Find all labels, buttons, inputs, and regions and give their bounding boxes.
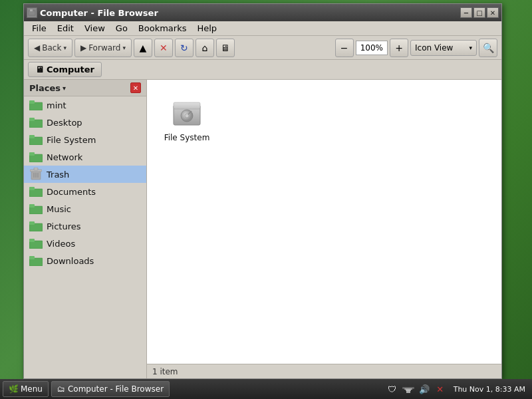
svg-rect-25 — [29, 256, 35, 259]
start-menu-button[interactable]: 🌿 Menu — [3, 381, 49, 397]
sidebar-item-documents-label: Documents — [47, 187, 96, 197]
system-tray: 🛡 🔊 ✕ Thu Nov 1, 8:33 AM — [386, 382, 529, 396]
window-title: Computer - File Browser — [40, 8, 158, 18]
zoom-level: 100% — [356, 41, 388, 55]
stop-button[interactable]: ✕ — [154, 39, 173, 57]
titlebar-app-icon — [27, 7, 37, 18]
sidebar-close-button[interactable]: ✕ — [130, 82, 141, 93]
shield-icon[interactable]: 🛡 — [386, 382, 399, 396]
computer-location-icon: 🖥 — [35, 65, 44, 74]
sidebar-item-downloads[interactable]: Downloads — [24, 252, 146, 269]
svg-rect-3 — [29, 100, 35, 104]
sidebar-item-filesystem[interactable]: File System — [24, 131, 146, 148]
location-computer-button[interactable]: 🖥 Computer — [28, 62, 102, 77]
computer-button[interactable]: 🖥 — [216, 39, 235, 57]
videos-folder-icon — [29, 237, 43, 250]
menu-item-edit[interactable]: Edit — [52, 22, 79, 35]
back-label: Back — [42, 43, 61, 53]
sidebar-item-videos-label: Videos — [47, 239, 75, 249]
forward-button[interactable]: ▶ Forward ▾ — [74, 39, 132, 57]
sidebar-title: Places ▾ — [29, 83, 66, 93]
menu-item-go[interactable]: Go — [110, 22, 133, 35]
maximize-button[interactable]: □ — [473, 7, 485, 18]
file-browser-window: Computer - File Browser − □ ✕ FileEditVi… — [23, 3, 502, 379]
network-icon[interactable] — [402, 382, 415, 396]
home-button[interactable]: ⌂ — [196, 39, 214, 57]
taskbar-filebrowser-label: Computer - File Browser — [68, 384, 164, 394]
svg-rect-7 — [29, 135, 35, 138]
computer-icon: 🖥 — [221, 43, 230, 53]
places-dropdown-icon: ▾ — [63, 84, 66, 92]
svg-rect-33 — [404, 388, 412, 390]
home-icon: ⌂ — [201, 43, 207, 53]
sidebar-item-videos[interactable]: Videos — [24, 235, 146, 252]
battery-icon: ✕ — [434, 382, 447, 396]
sidebar-item-music[interactable]: Music — [24, 200, 146, 217]
menu-item-bookmarks[interactable]: Bookmarks — [133, 22, 192, 35]
reload-button[interactable]: ↻ — [175, 39, 194, 57]
stop-icon: ✕ — [160, 43, 168, 53]
search-icon: 🔍 — [483, 43, 494, 53]
search-button[interactable]: 🔍 — [479, 39, 497, 57]
up-button[interactable]: ▲ — [134, 39, 152, 57]
sidebar-item-network-label: Network — [47, 152, 82, 162]
content-area: File System 1 item — [147, 80, 501, 378]
places-label: Places — [29, 83, 61, 93]
sidebar-item-music-label: Music — [47, 204, 71, 214]
menubar: FileEditViewGoBookmarksHelp — [24, 21, 501, 36]
taskbar-filebrowser-item[interactable]: 🗂 Computer - File Browser — [51, 381, 170, 397]
zoom-out-button[interactable]: − — [335, 39, 354, 57]
svg-rect-9 — [29, 152, 35, 156]
back-dropdown-icon: ▾ — [63, 45, 66, 51]
volume-icon[interactable]: 🔊 — [418, 382, 431, 396]
menu-item-help[interactable]: Help — [192, 22, 222, 35]
taskbar: 🌿 Menu 🗂 Computer - File Browser 🛡 🔊 ✕ T… — [0, 379, 532, 399]
sidebar-item-mint-label: mint — [47, 100, 66, 110]
back-button[interactable]: ◀ Back ▾ — [28, 39, 72, 57]
sidebar-item-network[interactable]: Network — [24, 148, 146, 166]
svg-rect-34 — [406, 390, 411, 391]
svg-rect-0 — [29, 11, 35, 15]
sidebar-header: Places ▾ ✕ — [24, 80, 146, 96]
back-arrow-icon: ◀ — [34, 43, 40, 53]
sidebar-item-mint[interactable]: mint — [24, 96, 146, 114]
view-select[interactable]: Icon View ▾ — [410, 40, 477, 56]
sidebar-item-trash-label: Trash — [47, 170, 69, 180]
minimize-button[interactable]: − — [460, 7, 472, 18]
sidebar-item-trash[interactable]: Trash — [24, 166, 146, 183]
mint-folder-icon — [29, 98, 43, 112]
zoom-in-button[interactable]: + — [390, 39, 408, 57]
view-dropdown-icon: ▾ — [469, 45, 472, 51]
statusbar: 1 item — [147, 364, 501, 378]
close-button[interactable]: ✕ — [487, 7, 499, 18]
file-system-label: File System — [164, 133, 210, 142]
forward-arrow-icon: ▶ — [80, 43, 86, 53]
taskbar-folder-icon: 🗂 — [57, 384, 65, 394]
start-icon: 🌿 — [9, 384, 19, 394]
pictures-folder-icon — [29, 219, 43, 233]
sidebar-item-desktop[interactable]: Desktop — [24, 114, 146, 131]
view-label: Icon View — [415, 43, 453, 53]
clock: Thu Nov 1, 8:33 AM — [450, 384, 529, 395]
sidebar-item-documents[interactable]: Documents — [24, 183, 146, 200]
zoom-out-icon: − — [340, 43, 348, 53]
forward-label: Forward — [88, 43, 120, 53]
start-label: Menu — [21, 384, 43, 394]
svg-rect-19 — [29, 204, 35, 207]
zoom-in-icon: + — [395, 43, 403, 53]
svg-rect-12 — [34, 168, 38, 170]
sidebar-item-pictures[interactable]: Pictures — [24, 217, 146, 235]
desktop-folder-icon — [29, 116, 43, 129]
titlebar-buttons: − □ ✕ — [460, 7, 499, 18]
reload-icon: ↻ — [180, 43, 188, 53]
content-scroll[interactable]: File System — [147, 80, 501, 364]
filesystem-folder-icon — [29, 133, 43, 146]
status-text: 1 item — [152, 367, 178, 376]
documents-folder-icon — [29, 185, 43, 198]
titlebar-left: Computer - File Browser — [27, 7, 158, 18]
toolbar: ◀ Back ▾ ▶ Forward ▾ ▲ ✕ ↻ ⌂ 🖥 — [24, 36, 501, 60]
titlebar: Computer - File Browser − □ ✕ — [24, 4, 501, 21]
menu-item-view[interactable]: View — [79, 22, 110, 35]
file-item-filesystem[interactable]: File System — [160, 93, 213, 148]
menu-item-file[interactable]: File — [27, 22, 52, 35]
